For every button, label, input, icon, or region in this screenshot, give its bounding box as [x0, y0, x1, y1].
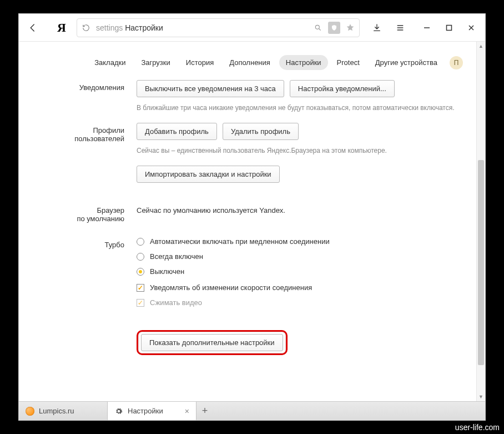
profiles-hint: Сейчас вы – единственный пользователь Ян…	[137, 146, 465, 156]
reload-icon[interactable]	[80, 22, 92, 33]
settings-content: Закладки Загрузки История Дополнения Нас…	[19, 42, 476, 401]
address-bar[interactable]: settings Настройки	[77, 18, 360, 37]
close-tab-icon[interactable]: ×	[185, 407, 189, 416]
tab-history[interactable]: История	[179, 55, 220, 70]
tab-bookmarks[interactable]: Закладки	[88, 55, 132, 70]
radio-icon[interactable]	[137, 253, 144, 261]
section-label-profiles: Профилипользователей	[19, 123, 137, 188]
turbo-notify-check[interactable]: Уведомлять об изменении скорости соедине…	[137, 283, 465, 292]
radio-icon[interactable]	[137, 268, 144, 276]
scroll-thumb[interactable]	[478, 160, 484, 365]
scroll-up-icon[interactable]: ▲	[477, 42, 485, 51]
checkbox-icon[interactable]	[137, 284, 144, 292]
delete-profile-button[interactable]: Удалить профиль	[223, 123, 299, 140]
tab-extensions[interactable]: Дополнения	[223, 55, 277, 70]
section-default-browser: Браузерпо умолчанию Сейчас по умолчанию …	[19, 203, 476, 223]
watermark: user-life.com	[455, 423, 500, 432]
turbo-option-auto[interactable]: Автоматически включать при медленном сое…	[137, 237, 465, 246]
new-tab-button[interactable]: +	[196, 402, 213, 420]
maximize-button[interactable]	[439, 17, 460, 38]
section-profiles: Профилипользователей Добавить профиль Уд…	[19, 123, 476, 188]
add-profile-button[interactable]: Добавить профиль	[137, 123, 217, 140]
settings-tabs: Закладки Загрузки История Дополнения Нас…	[19, 42, 476, 80]
favicon-icon	[26, 407, 34, 416]
turbo-compress-check: Сжимать видео	[137, 298, 465, 307]
scroll-track[interactable]	[477, 51, 485, 392]
browser-toolbar: Я settings Настройки	[19, 14, 485, 42]
tab-protect[interactable]: Protect	[330, 55, 366, 70]
tab-title: Настройки	[128, 407, 163, 415]
disable-notifications-button[interactable]: Выключить все уведомления на 3 часа	[137, 80, 284, 97]
close-button[interactable]	[461, 17, 482, 38]
back-button[interactable]	[22, 17, 43, 38]
profile-avatar[interactable]: П	[450, 56, 463, 69]
turbo-option-off[interactable]: Выключен	[137, 267, 465, 276]
minimize-button[interactable]	[416, 17, 437, 38]
section-label-turbo: Турбо	[19, 237, 137, 313]
tabstrip-tab-settings[interactable]: Настройки ×	[108, 402, 196, 420]
svg-point-0	[315, 25, 319, 29]
radio-icon[interactable]	[137, 238, 144, 246]
bookmark-star-icon[interactable]	[345, 22, 356, 33]
tab-settings[interactable]: Настройки	[279, 55, 328, 70]
menu-button[interactable]	[390, 17, 411, 38]
section-label-default-browser: Браузерпо умолчанию	[19, 203, 137, 223]
browser-window: Я settings Настройки	[18, 13, 486, 421]
yandex-logo[interactable]: Я	[53, 21, 70, 35]
turbo-option-always[interactable]: Всегда включен	[137, 252, 465, 261]
notifications-hint: В ближайшие три часа никакие уведомления…	[137, 103, 465, 113]
downloads-button[interactable]	[366, 17, 387, 38]
default-browser-text: Сейчас по умолчанию используется Yandex.	[137, 203, 465, 214]
svg-rect-1	[447, 25, 452, 30]
tab-strip: Lumpics.ru Настройки × +	[19, 401, 485, 420]
show-advanced-highlight: Показать дополнительные настройки	[137, 330, 288, 355]
section-turbo: Турбо Автоматически включать при медленн…	[19, 237, 476, 313]
scroll-down-icon[interactable]: ▼	[477, 392, 485, 401]
gear-icon	[114, 407, 123, 416]
show-advanced-settings-button[interactable]: Показать дополнительные настройки	[141, 334, 283, 351]
tabstrip-tab-lumpics[interactable]: Lumpics.ru	[19, 402, 108, 420]
vertical-scrollbar[interactable]: ▲ ▼	[476, 42, 485, 401]
checkbox-icon	[137, 299, 144, 307]
address-text: settings Настройки	[96, 23, 308, 32]
tab-downloads[interactable]: Загрузки	[134, 55, 177, 70]
tab-other-devices[interactable]: Другие устройства	[369, 55, 444, 70]
import-bookmarks-button[interactable]: Импортировать закладки и настройки	[137, 166, 280, 183]
section-label-notifications: Уведомления	[19, 80, 137, 113]
section-notifications: Уведомления Выключить все уведомления на…	[19, 80, 476, 113]
shield-icon[interactable]	[328, 22, 340, 34]
notification-settings-button[interactable]: Настройка уведомлений...	[290, 80, 395, 97]
tab-title: Lumpics.ru	[39, 407, 74, 415]
section-advanced: Показать дополнительные настройки	[19, 330, 476, 355]
search-icon[interactable]	[313, 22, 324, 33]
